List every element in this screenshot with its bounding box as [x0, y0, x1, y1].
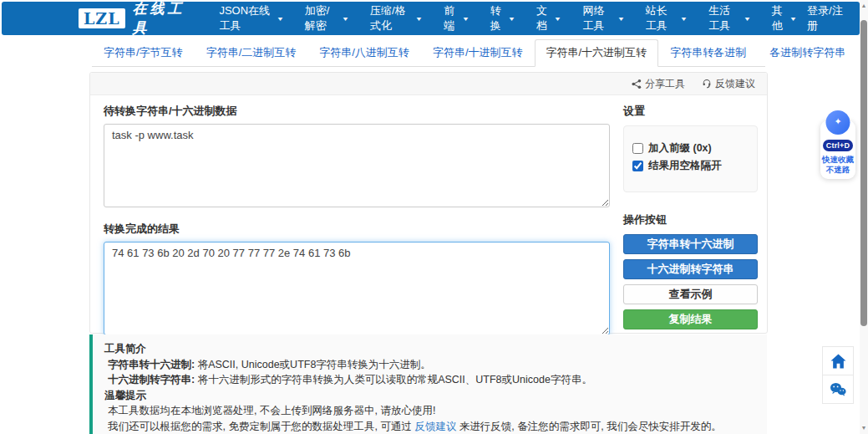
page: LZL 在线工具 JSON在线工具▼ 加密/解密▼ 压缩/格式化▼ 前端▼ 转换… [0, 0, 868, 434]
chevron-down-icon: ▼ [415, 16, 423, 22]
tab-string-octal[interactable]: 字符串/八进制互转 [307, 39, 421, 67]
tab-string-byte[interactable]: 字符串/字节互转 [92, 39, 195, 67]
settings-title: 设置 [623, 104, 758, 119]
nav-menu-label: 加密/解密 [305, 3, 338, 33]
tip-line-2-pre: 我们还可以根据您的需求, 免费定制属于您的数据处理工具, 可通过 [108, 421, 414, 432]
string-to-hex-button[interactable]: 字符串转十六进制 [623, 234, 758, 254]
favorite-badge[interactable]: ✦ Ctrl+D 快速收藏 不迷路 [820, 111, 855, 179]
view-example-button[interactable]: 查看示例 [623, 284, 758, 304]
nav-menu-compress-format[interactable]: 压缩/格式化▼ [359, 2, 433, 35]
favorite-hint-line1: 快速收藏 [821, 155, 855, 165]
copy-result-button[interactable]: 复制结果 [623, 309, 758, 329]
tab-bases-to-string[interactable]: 各进制转字符串 [758, 39, 857, 67]
nav-menu-label: 文档 [536, 3, 551, 33]
conversion-form: 待转换字符串/十六进制数据 task -p www.task 转换完成的结果 7… [104, 100, 610, 339]
intro-line-2-text: 将十六进制形式的字符串转换为人类可以读取的常规ASCII、UTF8或Unicod… [195, 374, 592, 385]
intro-line-1-text: 将ASCII, Unicode或UTF8字符串转换为十六进制。 [195, 359, 431, 370]
options-column: 设置 加入前缀 (0x) 结果用空格隔开 操作按钮 字符串转十六进制 十六进制转… [623, 100, 758, 360]
hex-to-string-button[interactable]: 十六进制转字符串 [623, 259, 758, 279]
scrollbar[interactable]: ▲ ▼ [860, 0, 868, 434]
headset-icon [702, 79, 712, 89]
intro-line-1-term: 字符串转十六进制: [108, 359, 195, 370]
source-textarea[interactable]: task -p www.task [104, 124, 610, 207]
nav-menu-label: 生活工具 [708, 3, 740, 33]
scrollbar-down-arrow[interactable]: ▼ [860, 423, 868, 433]
space-separator-option[interactable]: 结果用空格隔开 [632, 159, 749, 173]
nav-menu-label: JSON在线工具 [219, 3, 272, 33]
intro-title: 工具简介 [104, 341, 755, 357]
login-register-link[interactable]: 登录/注册 [807, 3, 846, 33]
space-separator-label: 结果用空格隔开 [648, 159, 722, 173]
panel-body: 待转换字符串/十六进制数据 task -p www.task 转换完成的结果 7… [90, 95, 767, 334]
feedback-link[interactable]: 反馈建议 [414, 421, 456, 432]
input-label: 待转换字符串/十六进制数据 [104, 104, 610, 119]
nav-menu-label: 网络工具 [582, 3, 614, 33]
nav-menu-label: 其他 [772, 3, 786, 33]
chevron-down-icon: ▼ [680, 16, 688, 22]
tab-string-hex[interactable]: 字符串/十六进制互转 [535, 39, 659, 67]
chevron-down-icon: ▼ [508, 16, 515, 22]
tab-string-decimal[interactable]: 字符串/十进制互转 [421, 39, 535, 67]
feedback-button[interactable]: 反馈建议 [702, 77, 755, 91]
share-tool-label: 分享工具 [645, 77, 685, 91]
scrollbar-thumb[interactable] [860, 20, 867, 326]
quick-buttons [822, 346, 854, 404]
nav-menu-network-tools[interactable]: 网络工具▼ [571, 2, 634, 35]
nav-menu: JSON在线工具▼ 加密/解密▼ 压缩/格式化▼ 前端▼ 转换▼ 文档▼ 网络工… [208, 2, 807, 35]
tip-line-2-post: 来进行反馈, 备注您的需求即可, 我们会尽快安排开发的。 [456, 421, 721, 432]
favorite-card: ✦ Ctrl+D 快速收藏 不迷路 [820, 120, 855, 179]
site-logo[interactable]: LZL [79, 8, 125, 28]
result-textarea[interactable]: 74 61 73 6b 20 2d 70 20 77 77 77 2e 74 6… [104, 242, 610, 335]
home-icon [830, 354, 846, 369]
chevron-down-icon: ▼ [277, 16, 284, 22]
nav-menu-document[interactable]: 文档▼ [525, 2, 571, 35]
ctrl-d-shortcut: Ctrl+D [823, 140, 853, 151]
site-brand: 在线工具 [133, 0, 192, 38]
favorite-hint: 快速收藏 不迷路 [821, 155, 855, 174]
tips-title: 温馨提示 [104, 388, 755, 404]
prefix-0x-checkbox[interactable] [632, 143, 643, 154]
tip-line-1: 本工具数据均在本地浏览器处理, 不会上传到网络服务器中, 请放心使用! [104, 403, 755, 419]
chevron-down-icon: ▼ [554, 16, 561, 22]
chevron-down-icon: ▼ [462, 16, 470, 22]
share-icon [632, 79, 642, 89]
wechat-button[interactable] [822, 375, 854, 404]
intro-line-2: 十六进制转字符串: 将十六进制形式的字符串转换为人类可以读取的常规ASCII、U… [104, 372, 755, 388]
nav-menu-json-tools[interactable]: JSON在线工具▼ [208, 2, 293, 35]
intro-line-1: 字符串转十六进制: 将ASCII, Unicode或UTF8字符串转换为十六进制… [104, 357, 755, 373]
nav-menu-label: 转换 [490, 3, 505, 33]
nav-menu-encrypt-decrypt[interactable]: 加密/解密▼ [294, 2, 359, 35]
output-label: 转换完成的结果 [104, 222, 610, 237]
stars-icon: ✦ [826, 110, 850, 135]
nav-menu-webmaster-tools[interactable]: 站长工具▼ [635, 2, 698, 35]
wechat-icon [830, 382, 846, 396]
tool-tabs: 字符串/字节互转 字符串/二进制互转 字符串/八进制互转 字符串/十进制互转 字… [92, 39, 765, 67]
favorite-hint-line2: 不迷路 [821, 165, 855, 175]
nav-menu-frontend[interactable]: 前端▼ [433, 2, 479, 35]
nav-menu-label: 站长工具 [646, 3, 678, 33]
panel-header: 分享工具 反馈建议 [90, 73, 767, 95]
prefix-0x-option[interactable]: 加入前缀 (0x) [632, 141, 749, 156]
nav-menu-other[interactable]: 其他▼ [761, 2, 807, 35]
chevron-down-icon: ▼ [789, 16, 797, 22]
tip-line-2: 我们还可以根据您的需求, 免费定制属于您的数据处理工具, 可通过 反馈建议 来进… [104, 419, 755, 434]
share-tool-button[interactable]: 分享工具 [632, 77, 685, 91]
nav-menu-life-tools[interactable]: 生活工具▼ [698, 2, 760, 35]
tab-string-to-bases[interactable]: 字符串转各进制 [658, 39, 758, 67]
prefix-0x-label: 加入前缀 (0x) [648, 141, 712, 156]
nav-menu-label: 前端 [444, 3, 458, 33]
scrollbar-up-arrow[interactable]: ▲ [860, 1, 868, 11]
intro-line-2-term: 十六进制转字符串: [108, 374, 195, 385]
nav-menu-convert[interactable]: 转换▼ [480, 2, 525, 35]
actions-title: 操作按钮 [623, 212, 758, 227]
settings-box: 加入前缀 (0x) 结果用空格隔开 [623, 125, 758, 192]
home-button[interactable] [822, 346, 854, 375]
chevron-down-icon: ▼ [342, 16, 349, 22]
tool-intro-section: 工具简介 字符串转十六进制: 将ASCII, Unicode或UTF8字符串转换… [89, 334, 767, 434]
tool-panel: 分享工具 反馈建议 待转换字符串/十六进制数据 task -p www.task… [89, 72, 768, 334]
top-navbar: LZL 在线工具 JSON在线工具▼ 加密/解密▼ 压缩/格式化▼ 前端▼ 转换… [2, 2, 860, 35]
chevron-down-icon: ▼ [617, 16, 625, 22]
space-separator-checkbox[interactable] [632, 161, 643, 171]
chevron-down-icon: ▼ [744, 16, 751, 22]
tab-string-binary[interactable]: 字符串/二进制互转 [195, 39, 308, 67]
